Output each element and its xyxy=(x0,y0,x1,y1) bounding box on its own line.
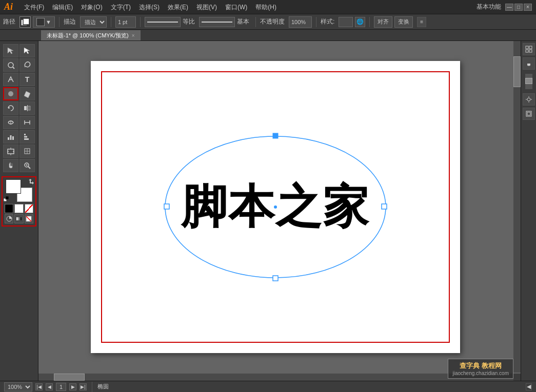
artboard-tool[interactable] xyxy=(3,145,18,158)
fill-stroke-boxes xyxy=(6,179,32,202)
ellipse-svg xyxy=(163,133,388,281)
magic-wand-tool[interactable] xyxy=(3,58,18,72)
gradient-mode-button[interactable] xyxy=(14,214,23,223)
select-tool[interactable] xyxy=(3,44,18,57)
eraser-tool[interactable] xyxy=(19,87,35,100)
right-slider[interactable] xyxy=(525,74,532,89)
status-bar: 100% |◀ ◀ 1 ▶ ▶| 椭圆 ◀ xyxy=(0,381,536,392)
panel-button-2[interactable] xyxy=(523,108,535,120)
svg-line-27 xyxy=(28,167,30,169)
none-swatch[interactable] xyxy=(25,204,33,213)
slice-tool[interactable] xyxy=(19,145,35,158)
horizontal-scrollbar[interactable] xyxy=(38,374,513,381)
vertical-scroll-thumb[interactable] xyxy=(513,56,521,87)
color-mode-button[interactable] xyxy=(5,214,13,223)
grid-view-button[interactable] xyxy=(523,43,535,55)
pen-tool[interactable] xyxy=(3,73,18,86)
status-arrow-button[interactable]: ◀ xyxy=(526,383,532,390)
nav-last-button[interactable]: ▶| xyxy=(80,383,87,390)
svg-point-41 xyxy=(527,98,530,101)
rotate-tool[interactable] xyxy=(3,101,18,115)
tab-close-button[interactable]: × xyxy=(132,33,135,38)
style-preview[interactable] xyxy=(339,17,353,27)
sun-button[interactable] xyxy=(523,93,535,106)
blob-brush-tool[interactable] xyxy=(3,87,18,100)
zoom-tool[interactable] xyxy=(19,159,35,172)
fill-box[interactable] xyxy=(6,179,21,194)
canvas-container: 脚本之家 xyxy=(38,41,512,373)
reflect-tool[interactable] xyxy=(19,101,35,115)
tool-row-6 xyxy=(3,116,35,129)
bar-graph-tool[interactable] xyxy=(19,130,35,143)
right-slider-thumb[interactable] xyxy=(525,78,532,84)
opacity-input[interactable]: 100% xyxy=(289,16,312,28)
svg-rect-1 xyxy=(23,18,29,25)
swap-colors-button[interactable] xyxy=(28,178,34,186)
path-label: 路径 xyxy=(3,17,15,26)
horizontal-scroll-thumb[interactable] xyxy=(54,374,85,381)
hand-tool[interactable] xyxy=(3,159,18,172)
direct-select-tool[interactable] xyxy=(19,44,35,57)
svg-rect-37 xyxy=(526,46,528,49)
black-swatch[interactable] xyxy=(5,204,13,213)
fill-color-button[interactable]: ▼ xyxy=(33,16,55,28)
nav-next-button[interactable]: ▶ xyxy=(69,383,76,390)
svg-rect-40 xyxy=(529,50,532,52)
reset-colors-button[interactable] xyxy=(4,196,9,203)
nav-first-button[interactable]: |◀ xyxy=(35,383,43,390)
main-area: T xyxy=(0,41,536,381)
status-separator xyxy=(92,382,92,392)
page-input[interactable]: 1 xyxy=(56,383,66,391)
column-graph-tool[interactable] xyxy=(3,130,18,143)
menu-object[interactable]: 对象(O) xyxy=(77,0,106,14)
toolbar-separator-6 xyxy=(369,17,370,27)
minimize-button[interactable]: — xyxy=(505,4,513,11)
basic-preview[interactable] xyxy=(199,17,235,27)
white-swatch[interactable] xyxy=(14,204,23,213)
line-style-preview[interactable] xyxy=(145,17,181,27)
more-button[interactable]: ≡ xyxy=(417,17,426,27)
svg-rect-7 xyxy=(28,106,30,110)
panel-hand-button[interactable] xyxy=(523,57,535,70)
menu-effect[interactable]: 效果(E) xyxy=(164,0,192,14)
text-tool[interactable]: T xyxy=(19,73,35,86)
align-button[interactable]: 对齐 xyxy=(374,16,392,28)
menu-text[interactable]: 文字(T) xyxy=(107,0,135,14)
stroke-color-preview[interactable] xyxy=(19,16,31,28)
svg-rect-12 xyxy=(8,137,9,140)
tool-row-2 xyxy=(3,58,35,72)
maximize-button[interactable]: □ xyxy=(514,4,523,11)
tool-row-9 xyxy=(3,159,35,172)
none-mode-button[interactable] xyxy=(25,214,33,223)
right-panel xyxy=(521,41,536,381)
ellipse-container xyxy=(163,133,388,281)
close-button[interactable]: × xyxy=(524,4,532,11)
color-area xyxy=(2,176,36,226)
app-logo: Ai xyxy=(4,2,13,12)
tool-row-3: T xyxy=(3,73,35,86)
zoom-select[interactable]: 100% xyxy=(4,382,32,391)
menu-select[interactable]: 选择(S) xyxy=(135,0,164,14)
document-tab[interactable]: 未标题-1* @ 100% (CMYK/预览) × xyxy=(41,30,141,40)
toolbar-separator-2 xyxy=(111,17,111,27)
tool-row-8 xyxy=(3,145,35,158)
menu-view[interactable]: 视图(V) xyxy=(192,0,221,14)
menu-help[interactable]: 帮助(H) xyxy=(251,0,281,14)
left-toolbar: T xyxy=(0,41,38,381)
nav-prev-button[interactable]: ◀ xyxy=(46,383,53,390)
artboard[interactable]: 脚本之家 xyxy=(91,61,460,353)
menu-edit[interactable]: 编辑(E) xyxy=(48,0,77,14)
globe-button[interactable]: 🌐 xyxy=(355,17,365,27)
warp-tool[interactable] xyxy=(3,116,18,129)
menu-window[interactable]: 窗口(W) xyxy=(221,0,251,14)
stroke-dropdown[interactable]: 描边 xyxy=(80,16,107,28)
svg-rect-16 xyxy=(24,136,27,138)
menu-file[interactable]: 文件(F) xyxy=(20,0,48,14)
vertical-scrollbar[interactable] xyxy=(513,41,521,373)
workspace-label: 基本功能 xyxy=(477,3,501,11)
transform-button[interactable]: 变换 xyxy=(394,16,413,28)
ratio-label: 等比 xyxy=(183,17,195,26)
lasso-tool[interactable] xyxy=(19,58,35,72)
stroke-weight-input[interactable]: 1 pt xyxy=(115,16,136,28)
width-tool[interactable] xyxy=(19,116,35,129)
